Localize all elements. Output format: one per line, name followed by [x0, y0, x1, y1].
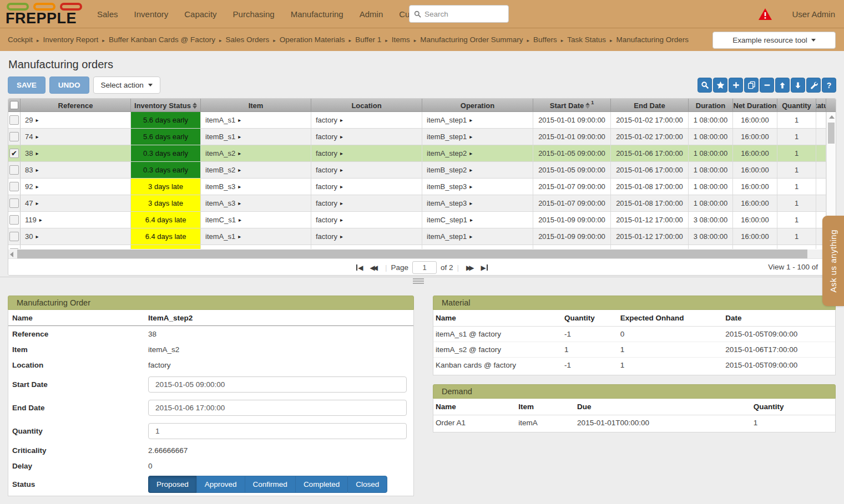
breadcrumb-item-buffer-kanban-cards-factory[interactable]: Buffer Kanban Cards @ Factory: [109, 35, 215, 44]
field-input-end-date[interactable]: [148, 400, 407, 416]
column-header-status[interactable]: Status: [816, 99, 826, 112]
breadcrumb-item-buffers[interactable]: Buffers: [533, 35, 557, 44]
breadcrumb-item-operation-materials[interactable]: Operation Materials: [280, 35, 345, 44]
resource-tool-button[interactable]: Example resource tool: [712, 32, 836, 49]
drilldown-caret-icon[interactable]: ▸: [238, 150, 241, 156]
select-all-checkbox[interactable]: [10, 101, 18, 109]
row-checkbox[interactable]: [9, 115, 19, 125]
horizontal-scrollbar-thumb[interactable]: [17, 250, 807, 258]
drilldown-caret-icon[interactable]: ▸: [340, 117, 343, 123]
table-row[interactable]: 83▸0.3 days earlyitemB_s2▸factory▸itemB_…: [8, 162, 826, 179]
status-button-completed[interactable]: Completed: [295, 476, 347, 493]
drilldown-caret-icon[interactable]: ▸: [238, 200, 241, 206]
tools-button[interactable]: [806, 78, 821, 93]
drilldown-caret-icon[interactable]: ▸: [469, 117, 472, 123]
drilldown-caret-icon[interactable]: ▸: [340, 150, 343, 156]
field-input-quantity[interactable]: [148, 423, 407, 439]
breadcrumb-item-items[interactable]: Items: [392, 35, 410, 44]
drilldown-caret-icon[interactable]: ▸: [469, 134, 472, 140]
cell-text[interactable]: 74: [25, 133, 33, 141]
table-row[interactable]: 119▸6.4 days lateitemC_s1▸factory▸itemC_…: [8, 212, 826, 228]
row-checkbox[interactable]: ✔: [9, 149, 19, 158]
scroll-left-arrow-icon[interactable]: [10, 252, 13, 257]
cell-text[interactable]: 92: [25, 182, 33, 191]
drilldown-caret-icon[interactable]: ▸: [36, 167, 38, 173]
breadcrumb-item-inventory-report[interactable]: Inventory Report: [43, 35, 99, 44]
help-button[interactable]: ?: [822, 78, 836, 93]
pager-first-button[interactable]: ◀: [356, 264, 363, 272]
breadcrumb-item-task-status[interactable]: Task Status: [567, 35, 606, 44]
menu-item-capacity[interactable]: Capacity: [184, 9, 216, 19]
drilldown-caret-icon[interactable]: ▸: [469, 200, 472, 206]
cell-text[interactable]: itemC_s1: [205, 216, 236, 224]
drilldown-caret-icon[interactable]: ▸: [340, 233, 343, 240]
drilldown-caret-icon[interactable]: ▸: [36, 117, 38, 123]
ask-us-anything-tab[interactable]: Ask us anything: [822, 216, 844, 306]
drilldown-caret-icon[interactable]: ▸: [238, 184, 241, 190]
breadcrumb-item-buffer-1[interactable]: Buffer 1: [355, 35, 381, 44]
status-button-approved[interactable]: Approved: [196, 476, 245, 493]
field-input-start-date[interactable]: [148, 376, 407, 393]
resize-handle[interactable]: [413, 278, 424, 284]
warning-icon[interactable]: [759, 8, 772, 20]
save-button[interactable]: SAVE: [8, 77, 46, 94]
cell-text[interactable]: factory: [316, 133, 337, 141]
cell-text[interactable]: itemB_s1: [205, 133, 235, 141]
cell-text[interactable]: factory: [316, 116, 337, 124]
column-header-duration[interactable]: Duration: [689, 99, 733, 112]
cell-text[interactable]: 83: [25, 166, 33, 174]
cell-text[interactable]: factory: [316, 166, 337, 174]
column-header-location[interactable]: Location: [311, 99, 422, 112]
drilldown-caret-icon[interactable]: ▸: [469, 233, 472, 240]
status-button-confirmed[interactable]: Confirmed: [245, 476, 295, 493]
menu-item-purchasing[interactable]: Purchasing: [233, 9, 275, 19]
menu-item-inventory[interactable]: Inventory: [134, 9, 169, 19]
cell-text[interactable]: itemB_step3: [427, 182, 467, 191]
cell-text[interactable]: itemA_step1: [427, 232, 467, 241]
cell-text[interactable]: factory: [316, 182, 337, 191]
user-menu[interactable]: User Admin: [792, 9, 835, 19]
menu-item-admin[interactable]: Admin: [360, 9, 383, 19]
drilldown-caret-icon[interactable]: ▸: [469, 150, 472, 156]
table-row[interactable]: [8, 245, 826, 249]
column-header-quantity[interactable]: Quantity: [777, 99, 816, 112]
drilldown-caret-icon[interactable]: ▸: [39, 217, 42, 223]
move-down-button[interactable]: [791, 78, 805, 93]
remove-button[interactable]: [760, 78, 774, 93]
breadcrumb-item-sales-orders[interactable]: Sales Orders: [225, 35, 269, 44]
drilldown-caret-icon[interactable]: ▸: [340, 134, 343, 140]
table-row[interactable]: 92▸3 days lateitemB_s3▸factory▸itemB_ste…: [8, 179, 826, 195]
pager-prev-button[interactable]: ◀◀: [370, 264, 377, 272]
drilldown-caret-icon[interactable]: ▸: [36, 233, 38, 240]
cell-text[interactable]: itemB_step2: [427, 166, 467, 174]
drilldown-caret-icon[interactable]: ▸: [340, 217, 343, 223]
cell-text[interactable]: itemA_step2: [427, 149, 467, 157]
copy-button[interactable]: [744, 78, 759, 93]
undo-button[interactable]: UNDO: [49, 77, 89, 94]
table-row[interactable]: 29▸5.6 days earlyitemA_s1▸factory▸itemA_…: [8, 112, 826, 129]
table-row[interactable]: ✔38▸0.3 days earlyitemA_s2▸factory▸itemA…: [8, 145, 826, 162]
cell-text[interactable]: factory: [316, 149, 337, 157]
add-button[interactable]: [729, 78, 743, 93]
cell-text[interactable]: itemA_step3: [427, 199, 467, 207]
drilldown-caret-icon[interactable]: ▸: [238, 117, 241, 123]
drilldown-caret-icon[interactable]: ▸: [239, 217, 241, 223]
table-row[interactable]: 74▸5.6 days earlyitemB_s1▸factory▸itemB_…: [8, 129, 826, 145]
menu-item-sales[interactable]: Sales: [97, 9, 118, 19]
drilldown-caret-icon[interactable]: ▸: [238, 134, 241, 140]
cell-text[interactable]: itemB_s3: [205, 182, 235, 191]
search-input[interactable]: [424, 10, 497, 18]
drilldown-caret-icon[interactable]: ▸: [238, 167, 241, 173]
breadcrumb-item-manufacturing-orders[interactable]: Manufacturing Orders: [616, 35, 689, 44]
row-checkbox[interactable]: [9, 198, 19, 208]
drilldown-caret-icon[interactable]: ▸: [470, 217, 473, 223]
cell-text[interactable]: itemC_step1: [427, 216, 467, 224]
drilldown-caret-icon[interactable]: ▸: [36, 150, 38, 156]
drilldown-caret-icon[interactable]: ▸: [469, 167, 472, 173]
cell-text[interactable]: itemA_s2: [205, 149, 235, 157]
pager-next-button[interactable]: ▶▶: [466, 264, 474, 272]
column-header-item[interactable]: Item: [201, 99, 311, 112]
cell-text[interactable]: 47: [25, 199, 33, 207]
cell-text[interactable]: factory: [316, 199, 337, 207]
drilldown-caret-icon[interactable]: ▸: [36, 134, 38, 140]
